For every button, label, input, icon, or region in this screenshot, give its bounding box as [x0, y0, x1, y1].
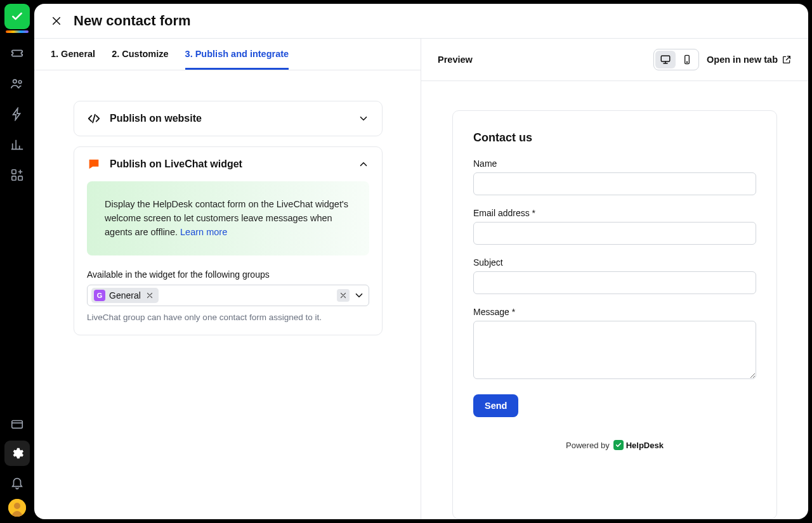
- helpdesk-brand-text: HelpDesk: [626, 441, 664, 450]
- mobile-view-button[interactable]: [677, 51, 697, 68]
- tab-customize[interactable]: 2. Customize: [112, 49, 168, 70]
- name-input[interactable]: [473, 172, 756, 195]
- lightning-icon[interactable]: [10, 107, 25, 122]
- billing-icon[interactable]: [10, 416, 25, 432]
- code-icon: [87, 112, 101, 126]
- preview-heading: Contact us: [473, 131, 756, 145]
- panel-header: New contact form: [34, 4, 808, 39]
- card-publish-website: Publish on website: [74, 101, 383, 136]
- user-avatar[interactable]: [8, 499, 26, 517]
- learn-more-link[interactable]: Learn more: [180, 227, 227, 237]
- clear-all-icon[interactable]: [337, 289, 350, 302]
- livechat-info-box: Display the HelpDesk contact form on the…: [87, 181, 369, 255]
- card-header-publish-website[interactable]: Publish on website: [74, 101, 382, 136]
- right-column: Preview Open in new tab: [421, 39, 808, 519]
- field-label-email: Email address *: [473, 208, 756, 218]
- card-title-livechat: Publish on LiveChat widget: [110, 158, 349, 170]
- preview-label: Preview: [438, 55, 473, 65]
- settings-icon[interactable]: [4, 441, 30, 466]
- livechat-icon: [87, 157, 101, 171]
- groups-hint: LiveChat group can have only one contact…: [87, 313, 369, 322]
- people-icon[interactable]: [10, 76, 25, 91]
- svg-rect-8: [661, 56, 670, 61]
- field-label-message: Message *: [473, 307, 756, 317]
- groups-multiselect[interactable]: G General: [87, 285, 369, 306]
- tab-publish-integrate[interactable]: 3. Publish and integrate: [185, 49, 289, 70]
- close-icon[interactable]: [51, 15, 62, 27]
- preview-header: Preview Open in new tab: [421, 39, 808, 81]
- open-in-new-tab[interactable]: Open in new tab: [707, 55, 792, 65]
- step-tabs: 1. General 2. Customize 3. Publish and i…: [34, 39, 421, 70]
- external-link-icon: [782, 55, 792, 65]
- helpdesk-mark-icon: [613, 440, 624, 450]
- svg-rect-3: [12, 176, 16, 180]
- svg-point-0: [13, 80, 16, 83]
- app-logo[interactable]: [4, 4, 30, 29]
- ticket-icon[interactable]: [10, 46, 25, 61]
- card-header-publish-livechat[interactable]: Publish on LiveChat widget: [74, 147, 382, 181]
- tab-general[interactable]: 1. General: [51, 49, 95, 70]
- svg-rect-4: [18, 176, 22, 180]
- message-textarea[interactable]: [473, 321, 756, 379]
- desktop-view-button[interactable]: [655, 51, 676, 68]
- device-toggle: [653, 49, 699, 70]
- left-column: 1. General 2. Customize 3. Publish and i…: [34, 39, 421, 519]
- dropdown-chevron-icon[interactable]: [353, 290, 365, 301]
- group-chip-label: General: [109, 290, 141, 300]
- svg-rect-2: [12, 170, 16, 174]
- main-panel: New contact form 1. General 2. Customize…: [34, 4, 808, 519]
- field-label-subject: Subject: [473, 257, 756, 268]
- notifications-icon[interactable]: [10, 475, 25, 490]
- powered-by-label: Powered by: [566, 441, 610, 450]
- open-new-tab-label: Open in new tab: [707, 55, 778, 65]
- field-label-name: Name: [473, 158, 756, 169]
- groups-label: Available in the widget for the followin…: [87, 269, 369, 280]
- svg-rect-5: [12, 421, 23, 429]
- page-title: New contact form: [74, 13, 191, 29]
- email-input[interactable]: [473, 222, 756, 245]
- preview-form-card: Contact us Name Email address * Subject: [452, 110, 777, 519]
- powered-by: Powered by HelpDesk: [473, 440, 756, 450]
- left-nav-sidebar: [0, 0, 34, 523]
- group-badge: G: [94, 290, 105, 301]
- svg-point-10: [686, 61, 687, 62]
- subject-input[interactable]: [473, 271, 756, 294]
- card-title-website: Publish on website: [110, 113, 349, 124]
- svg-point-1: [18, 81, 22, 84]
- group-chip-general: G General: [91, 288, 159, 303]
- card-publish-livechat: Publish on LiveChat widget Display the H…: [74, 146, 383, 335]
- chevron-up-icon: [358, 158, 369, 170]
- chevron-down-icon: [358, 113, 369, 124]
- helpdesk-logo[interactable]: HelpDesk: [613, 440, 664, 450]
- svg-point-7: [14, 503, 20, 509]
- apps-icon[interactable]: [10, 167, 25, 183]
- analytics-icon[interactable]: [10, 137, 25, 152]
- chip-remove-icon[interactable]: [145, 290, 155, 300]
- send-button[interactable]: Send: [473, 394, 518, 417]
